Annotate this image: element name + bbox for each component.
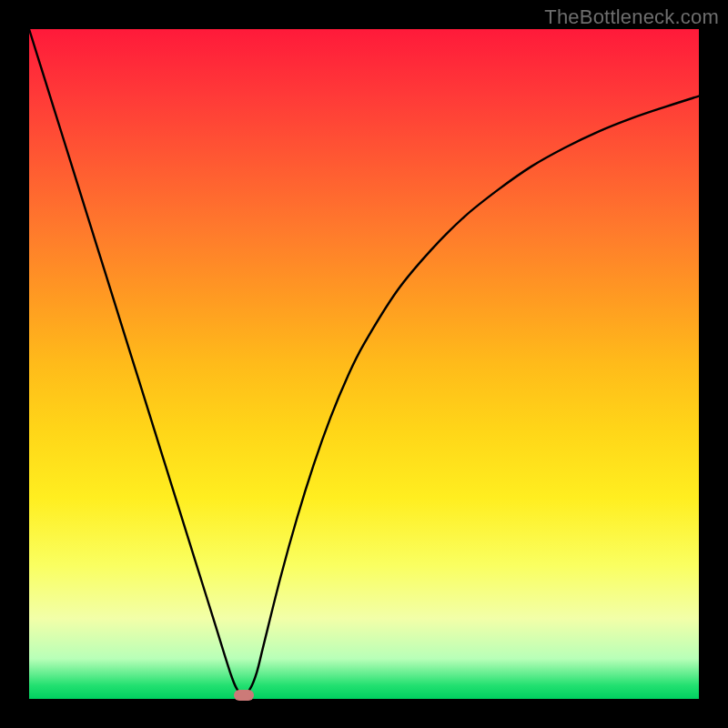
chart-frame: TheBottleneck.com <box>0 0 728 728</box>
bottleneck-curve <box>29 29 699 699</box>
minimum-marker <box>234 690 254 701</box>
watermark-text: TheBottleneck.com <box>544 5 719 29</box>
